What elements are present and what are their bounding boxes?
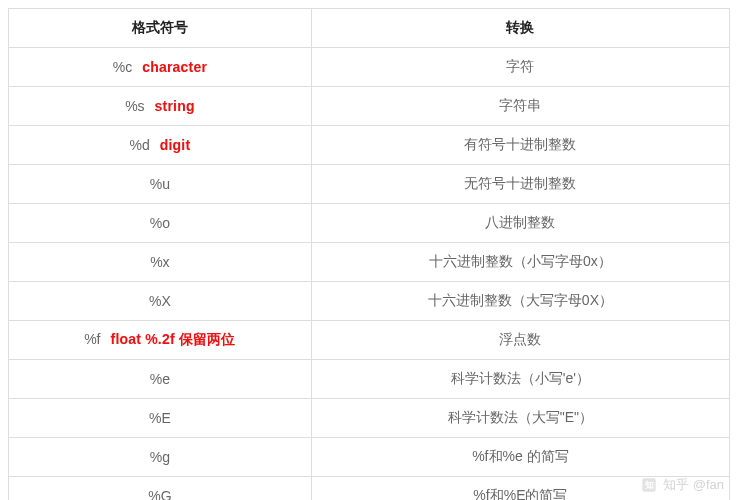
desc-cell: 科学计数法（小写'e'） — [311, 360, 729, 399]
symbol-cell: %X — [9, 282, 312, 321]
table-row: %E科学计数法（大写"E"） — [9, 399, 730, 438]
format-symbol: %e — [150, 371, 170, 387]
desc-cell: 十六进制整数（大写字母0X） — [311, 282, 729, 321]
table-row: %ccharacter字符 — [9, 48, 730, 87]
format-symbol: %c — [113, 59, 132, 75]
desc-cell: 有符号十进制整数 — [311, 126, 729, 165]
symbol-cell: %x — [9, 243, 312, 282]
desc-cell: %f和%e 的简写 — [311, 438, 729, 477]
table-row: %g%f和%e 的简写 — [9, 438, 730, 477]
table-header-row: 格式符号 转换 — [9, 9, 730, 48]
table-row: %u无符号十进制整数 — [9, 165, 730, 204]
format-symbol: %u — [150, 176, 170, 192]
symbol-cell: %G — [9, 477, 312, 501]
symbol-cell: %E — [9, 399, 312, 438]
symbol-cell: %g — [9, 438, 312, 477]
desc-cell: 浮点数 — [311, 321, 729, 360]
desc-cell: 十六进制整数（小写字母0x） — [311, 243, 729, 282]
format-specifier-table: 格式符号 转换 %ccharacter字符 %sstring字符串 %ddigi… — [8, 8, 730, 500]
zhihu-icon: 知 — [641, 477, 657, 493]
desc-cell: 科学计数法（大写"E"） — [311, 399, 729, 438]
table-row: %ddigit有符号十进制整数 — [9, 126, 730, 165]
svg-text:知: 知 — [644, 480, 654, 490]
table-row: %X十六进制整数（大写字母0X） — [9, 282, 730, 321]
table-row: %o八进制整数 — [9, 204, 730, 243]
desc-cell: 字符串 — [311, 87, 729, 126]
table-row: %G%f和%E的简写 — [9, 477, 730, 501]
annotation: string — [155, 98, 195, 114]
desc-cell: 无符号十进制整数 — [311, 165, 729, 204]
format-symbol: %o — [150, 215, 170, 231]
header-format-symbol: 格式符号 — [9, 9, 312, 48]
format-symbol: %E — [149, 410, 171, 426]
format-symbol: %s — [125, 98, 144, 114]
zhihu-watermark: 知 知乎 @fan — [641, 476, 724, 494]
table-row: %sstring字符串 — [9, 87, 730, 126]
desc-cell: 八进制整数 — [311, 204, 729, 243]
annotation: float %.2f 保留两位 — [111, 331, 236, 347]
header-conversion: 转换 — [311, 9, 729, 48]
format-symbol: %f — [84, 331, 100, 347]
format-symbol: %G — [148, 488, 171, 500]
watermark-text: 知乎 @fan — [663, 476, 724, 494]
table-row: %ffloat %.2f 保留两位浮点数 — [9, 321, 730, 360]
symbol-cell: %ccharacter — [9, 48, 312, 87]
symbol-cell: %e — [9, 360, 312, 399]
annotation: character — [142, 59, 207, 75]
symbol-cell: %o — [9, 204, 312, 243]
format-symbol: %g — [150, 449, 170, 465]
table-row: %x十六进制整数（小写字母0x） — [9, 243, 730, 282]
symbol-cell: %sstring — [9, 87, 312, 126]
annotation: digit — [160, 137, 191, 153]
symbol-cell: %ddigit — [9, 126, 312, 165]
format-symbol: %d — [130, 137, 150, 153]
format-symbol: %x — [150, 254, 169, 270]
symbol-cell: %ffloat %.2f 保留两位 — [9, 321, 312, 360]
format-symbol: %X — [149, 293, 171, 309]
symbol-cell: %u — [9, 165, 312, 204]
table-row: %e科学计数法（小写'e'） — [9, 360, 730, 399]
desc-cell: 字符 — [311, 48, 729, 87]
